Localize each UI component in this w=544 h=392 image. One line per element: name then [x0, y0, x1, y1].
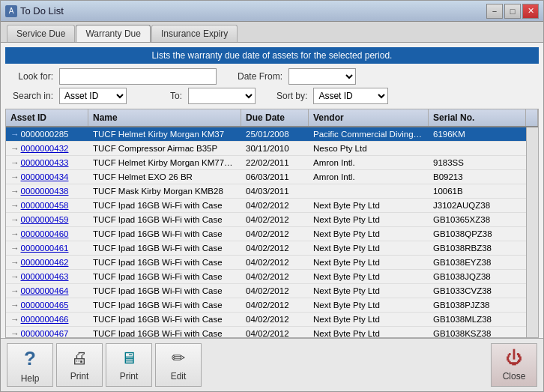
col-header-asset-id: Asset ID	[6, 109, 88, 126]
table-body-container: →0000000285 TUCF Helmet Kirby Morgan KM3…	[6, 127, 538, 337]
sort-by-select[interactable]: Asset ID Name Due Date	[313, 88, 388, 104]
tab-service-due[interactable]: Service Due	[7, 25, 75, 42]
cell-due-date: 04/02/2012	[241, 270, 309, 283]
table-body: →0000000285 TUCF Helmet Kirby Morgan KM3…	[6, 127, 526, 337]
cell-asset-id: →0000000433	[6, 156, 88, 169]
minimize-button[interactable]: −	[486, 4, 503, 19]
edit-icon: ✏	[172, 349, 185, 368]
cell-name: TUCF Helmet Kirby Morgan KM77REX	[88, 156, 241, 169]
sort-by-label: Sort by:	[276, 91, 307, 101]
cell-vendor: Next Byte Pty Ltd	[309, 327, 429, 337]
cell-name: TUCF Ipad 16GB Wi-Fi with Case	[88, 298, 241, 312]
col-header-name: Name	[88, 109, 241, 126]
cell-serial: GB1038QPZ38	[429, 227, 526, 241]
cell-due-date: 04/02/2012	[241, 284, 309, 298]
table-row[interactable]: →0000000465 TUCF Ipad 16GB Wi-Fi with Ca…	[6, 298, 526, 313]
table-row[interactable]: →0000000460 TUCF Ipad 16GB Wi-Fi with Ca…	[6, 227, 526, 241]
tab-insurance-expiry[interactable]: Insurance Expiry	[151, 25, 238, 42]
cell-vendor: Next Byte Pty Ltd	[309, 313, 429, 326]
cell-name: TUCF Helmet EXO 26 BR	[88, 170, 241, 184]
cell-vendor: Next Byte Pty Ltd	[309, 270, 429, 283]
cell-serial: GB10365XZ38	[429, 213, 526, 226]
scrollbar[interactable]	[526, 127, 538, 337]
table-row[interactable]: →0000000464 TUCF Ipad 16GB Wi-Fi with Ca…	[6, 284, 526, 298]
cell-vendor: Next Byte Pty Ltd	[309, 241, 429, 255]
cell-vendor: Next Byte Pty Ltd	[309, 284, 429, 298]
look-for-label: Look for:	[8, 71, 53, 82]
table-row[interactable]: →0000000432 TUCF Compressor Airmac B35P …	[6, 142, 526, 156]
cell-asset-id: →0000000461	[6, 241, 88, 255]
cell-name: TUCF Ipad 16GB Wi-Fi with Case	[88, 213, 241, 226]
cell-serial: GB1038PJZ38	[429, 298, 526, 312]
print-2-label: Print	[120, 371, 139, 382]
cell-serial: 9183SS	[429, 156, 526, 169]
cell-asset-id: →0000000434	[6, 170, 88, 184]
cell-due-date: 04/02/2012	[241, 241, 309, 255]
cell-name: TUCF Ipad 16GB Wi-Fi with Case	[88, 270, 241, 283]
table-row[interactable]: →0000000466 TUCF Ipad 16GB Wi-Fi with Ca…	[6, 313, 526, 327]
cell-asset-id: →0000000438	[6, 184, 88, 198]
cell-name: TUCF Helmet Kirby Morgan KM37	[88, 127, 241, 141]
table-row[interactable]: →0000000467 TUCF Ipad 16GB Wi-Fi with Ca…	[6, 327, 526, 337]
main-window: A To Do List − □ ✕ Service Due Warranty …	[0, 0, 544, 392]
col-header-due-date: Due Date	[241, 109, 309, 126]
window-title: To Do List	[20, 5, 64, 16]
col-header-vendor: Vendor	[309, 109, 429, 126]
look-for-input[interactable]	[59, 68, 217, 85]
date-from-select[interactable]	[288, 68, 356, 85]
table-row[interactable]: →0000000461 TUCF Ipad 16GB Wi-Fi with Ca…	[6, 241, 526, 256]
date-to-select[interactable]	[188, 88, 256, 104]
help-icon: ?	[24, 347, 36, 370]
tab-warranty-due[interactable]: Warranty Due	[76, 25, 151, 42]
cell-vendor: Next Byte Pty Ltd	[309, 256, 429, 269]
footer-buttons-left: ? Help 🖨 Print 🖥 Print ✏ Edit	[7, 343, 202, 387]
edit-button[interactable]: ✏ Edit	[155, 343, 202, 387]
cell-serial: GB1038MLZ38	[429, 313, 526, 326]
col-header-scroll	[526, 109, 538, 126]
table-row[interactable]: →0000000433 TUCF Helmet Kirby Morgan KM7…	[6, 156, 526, 170]
cell-asset-id: →0000000459	[6, 213, 88, 226]
search-in-select[interactable]: Asset ID Name Serial No.	[59, 88, 127, 104]
to-label: To:	[170, 91, 182, 101]
print-1-label: Print	[70, 371, 89, 382]
table-row[interactable]: →0000000459 TUCF Ipad 16GB Wi-Fi with Ca…	[6, 213, 526, 227]
help-button[interactable]: ? Help	[7, 343, 53, 387]
table-row[interactable]: →0000000463 TUCF Ipad 16GB Wi-Fi with Ca…	[6, 270, 526, 284]
filter-area: Look for: Date From: Search in: Asset ID…	[1, 64, 543, 109]
table-row[interactable]: →0000000462 TUCF Ipad 16GB Wi-Fi with Ca…	[6, 256, 526, 270]
cell-asset-id: →0000000464	[6, 284, 88, 298]
table-row[interactable]: →0000000438 TUCF Mask Kirby Morgan KMB28…	[6, 184, 526, 199]
cell-vendor: Amron Intl.	[309, 156, 429, 169]
app-icon: A	[5, 5, 17, 17]
print-button-2[interactable]: 🖥 Print	[106, 343, 152, 387]
maximize-button[interactable]: □	[504, 4, 521, 19]
cell-vendor	[309, 184, 429, 198]
cell-vendor: Pacific Commercial Diving Supply	[309, 127, 429, 141]
filter-row-1: Look for: Date From:	[8, 68, 536, 85]
cell-asset-id: →0000000458	[6, 199, 88, 212]
power-icon: ⏻	[506, 349, 522, 368]
table-row[interactable]: →0000000434 TUCF Helmet EXO 26 BR 06/03/…	[6, 170, 526, 184]
cell-serial: J3102AUQZ38	[429, 199, 526, 212]
cell-serial: B09213	[429, 170, 526, 184]
cell-asset-id: →0000000466	[6, 313, 88, 326]
edit-label: Edit	[171, 371, 187, 382]
cell-asset-id: →0000000285	[6, 127, 88, 141]
cell-asset-id: →0000000467	[6, 327, 88, 337]
cell-due-date: 25/01/2008	[241, 127, 309, 141]
table-row[interactable]: →0000000458 TUCF Ipad 16GB Wi-Fi with Ca…	[6, 199, 526, 213]
cell-serial: GB1038RBZ38	[429, 241, 526, 255]
cell-serial: 10061B	[429, 184, 526, 198]
cell-serial	[429, 142, 526, 155]
footer: ? Help 🖨 Print 🖥 Print ✏ Edit ⏻ Close	[1, 338, 543, 391]
cell-serial: GB1038EYZ38	[429, 256, 526, 269]
printer-icon: 🖨	[71, 349, 88, 368]
table-row[interactable]: →0000000285 TUCF Helmet Kirby Morgan KM3…	[6, 127, 526, 142]
cell-vendor: Next Byte Pty Ltd	[309, 298, 429, 312]
data-table: Asset ID Name Due Date Vendor Serial No.…	[5, 109, 539, 338]
close-window-button[interactable]: ✕	[522, 4, 539, 19]
cell-name: TUCF Compressor Airmac B35P	[88, 142, 241, 155]
tab-bar: Service Due Warranty Due Insurance Expir…	[1, 22, 543, 43]
close-button[interactable]: ⏻ Close	[491, 343, 537, 387]
print-button-1[interactable]: 🖨 Print	[56, 343, 103, 387]
